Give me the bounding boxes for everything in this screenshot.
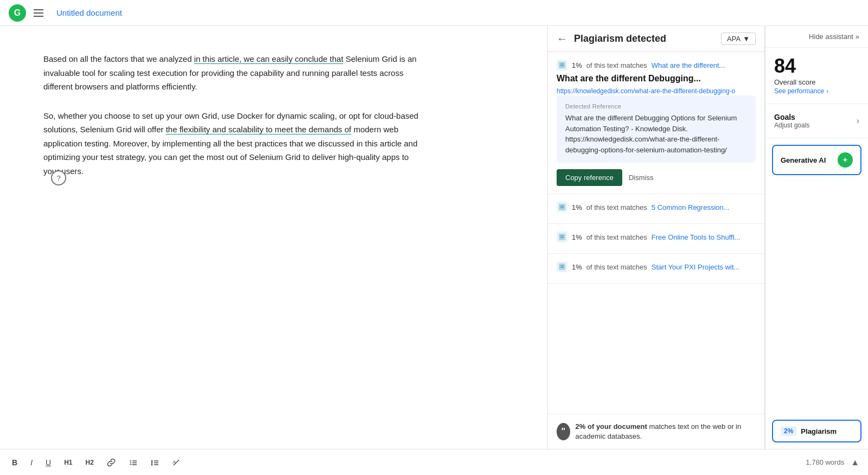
gen-ai-card[interactable]: Generative AI ✦ — [772, 145, 861, 175]
link-button[interactable] — [104, 456, 119, 469]
panel-body: 1% of this text matches What are the dif… — [548, 52, 764, 414]
paragraph-2: So, whether you choose to set up your ow… — [43, 109, 423, 178]
match-2-source-link[interactable]: 5 Common Regression... — [652, 203, 730, 211]
panel-footer: " 2% of your document matches text on th… — [548, 414, 764, 449]
grammarly-logo: G — [9, 4, 26, 22]
word-count: 1,780 words — [806, 458, 844, 466]
detected-reference-box: Detected Reference What are the differen… — [557, 95, 756, 163]
match-4-text: of this text matches — [586, 263, 647, 271]
svg-point-18 — [151, 464, 152, 465]
help-button[interactable]: ? — [51, 170, 66, 185]
h1-button[interactable]: H1 — [61, 457, 75, 468]
panel-title: Plagiarism detected — [574, 33, 714, 44]
match-1-percent: 1% — [572, 61, 582, 69]
copy-reference-button[interactable]: Copy reference — [557, 169, 622, 186]
chevrons-right-icon: » — [856, 33, 859, 41]
plagiarism-badge-label: Plagiarism — [801, 427, 837, 435]
match-percent-row-3: 1% of this text matches Free Online Tool… — [557, 232, 756, 242]
ordered-list-button[interactable]: 1. — [125, 456, 141, 469]
svg-rect-3 — [559, 204, 565, 210]
match-icon-1 — [557, 60, 567, 70]
match-item-3[interactable]: 1% of this text matches Free Online Tool… — [548, 224, 764, 254]
plagiarism-badge-button[interactable]: 2% Plagiarism — [772, 420, 861, 442]
adjust-goals-label: Adjust goals — [774, 121, 809, 129]
match-item-4[interactable]: 1% of this text matches Start Your PXI P… — [548, 254, 764, 284]
unordered-list-button[interactable] — [147, 456, 162, 469]
main-layout: Based on all the factors that we analyze… — [0, 26, 868, 449]
panel-header: ← Plagiarism detected APA ▼ — [548, 26, 764, 52]
gen-ai-icon: ✦ — [838, 152, 853, 168]
match-1-source-link[interactable]: What are the different... — [652, 61, 725, 69]
match-4-percent: 1% — [572, 263, 582, 271]
score-card: 84 Overall score See performance › — [765, 48, 868, 104]
italic-button[interactable]: I — [27, 456, 36, 469]
logo-area: G — [9, 4, 46, 22]
match-percent-row-4: 1% of this text matches Start Your PXI P… — [557, 261, 756, 272]
bold-button[interactable]: B — [9, 456, 21, 469]
svg-text:A: A — [172, 459, 176, 465]
match-2-text: of this text matches — [586, 203, 647, 211]
apa-selector[interactable]: APA ▼ — [721, 33, 756, 45]
underline-button[interactable]: U — [42, 456, 54, 469]
goals-card[interactable]: Goals Adjust goals › — [765, 104, 868, 138]
match-1-text: of this text matches — [586, 61, 647, 69]
dismiss-button[interactable]: Dismiss — [629, 174, 654, 182]
detected-ref-text: What are the different Debugging Options… — [565, 113, 747, 155]
see-performance-button[interactable]: See performance › — [774, 87, 828, 95]
word-count-expand-icon[interactable]: ▲ — [851, 458, 859, 467]
match-icon-3 — [557, 232, 567, 242]
paragraph-1: Based on all the factors that we analyze… — [43, 52, 423, 94]
match-3-source-link[interactable]: Free Online Tools to Shuffl... — [652, 233, 741, 241]
underlined-text-2: the flexibility and scalability to meet … — [166, 125, 352, 134]
svg-point-17 — [151, 462, 152, 464]
match-2-percent: 1% — [572, 203, 582, 211]
svg-point-16 — [151, 460, 152, 461]
detected-ref-label: Detected Reference — [565, 103, 747, 110]
match-percent-row-2: 1% of this text matches 5 Common Regress… — [557, 202, 756, 213]
goals-label: Goals — [774, 113, 809, 121]
plagiarism-badge-percent: 2% — [781, 426, 796, 436]
match-percent-row-1: 1% of this text matches What are the dif… — [557, 60, 756, 70]
match-3-percent: 1% — [572, 233, 582, 241]
top-bar: G Untitled document — [0, 0, 868, 26]
hide-assistant-button[interactable]: Hide assistant » — [765, 26, 868, 48]
gen-ai-label: Generative AI — [781, 156, 826, 164]
hamburger-menu[interactable] — [31, 7, 46, 19]
footer-text: 2% of your document matches text on the … — [576, 422, 756, 441]
editor-content: Based on all the factors that we analyze… — [43, 52, 423, 178]
svg-rect-0 — [559, 62, 565, 68]
chevron-right-icon: › — [826, 87, 828, 95]
svg-rect-6 — [559, 234, 565, 240]
plagiarism-panel: ← Plagiarism detected APA ▼ 1% of this t… — [548, 26, 765, 449]
underlined-text-1: in this article, we can easily conclude … — [194, 54, 343, 63]
match-1-url[interactable]: https://knowledgedisk.com/what-are-the-d… — [557, 87, 735, 95]
chevron-down-icon: ▼ — [743, 35, 750, 43]
overall-score-number: 84 — [774, 56, 859, 76]
match-icon-2 — [557, 202, 567, 213]
match-4-source-link[interactable]: Start Your PXI Projects wit... — [652, 263, 740, 271]
chevron-right-icon-goals: › — [857, 116, 859, 126]
match-3-text: of this text matches — [586, 233, 647, 241]
match-1-title: What are the different Debugging... — [557, 74, 756, 84]
right-sidebar: Hide assistant » 84 Overall score See pe… — [765, 26, 868, 449]
overall-score-label: Overall score — [774, 78, 859, 86]
editor-area[interactable]: Based on all the factors that we analyze… — [0, 26, 548, 449]
document-title: Untitled document — [56, 8, 122, 17]
h2-button[interactable]: H2 — [82, 457, 97, 468]
back-button[interactable]: ← — [557, 33, 567, 45]
match-icon-4 — [557, 261, 567, 272]
match-item-2[interactable]: 1% of this text matches 5 Common Regress… — [548, 194, 764, 224]
editor-toolbar: B I U H1 H2 1. A 1,780 words ▲ — [0, 449, 868, 475]
clear-format-button[interactable]: A — [169, 456, 184, 469]
svg-rect-9 — [559, 264, 565, 270]
action-row: Copy reference Dismiss — [557, 169, 756, 186]
match-item-1: 1% of this text matches What are the dif… — [548, 52, 764, 194]
quote-icon: " — [557, 423, 570, 440]
